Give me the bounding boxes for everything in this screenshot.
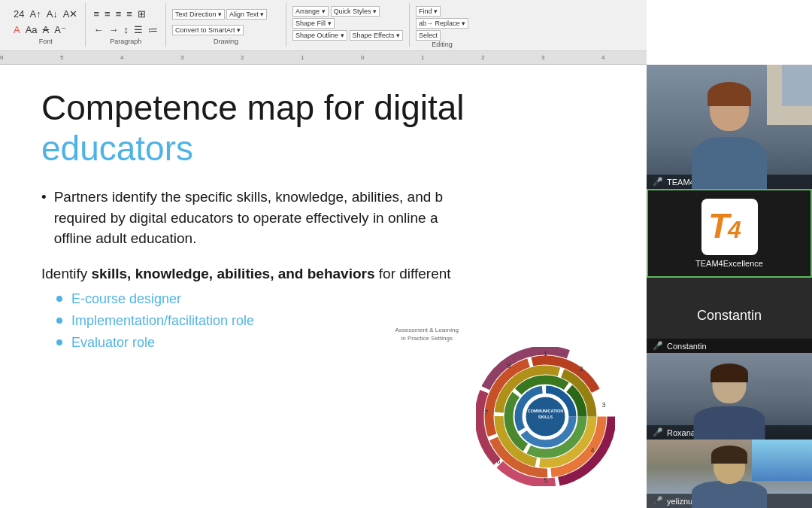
replace-btn[interactable]: ab→ Replace ▾	[416, 18, 468, 29]
ruler-mark: 4	[601, 54, 604, 61]
ring-diagram-container: COMMUNICATION SKILLS 1 2 3 4 5 6 7 8	[476, 347, 615, 489]
video-panel: 🎤 TEAM4Excellence T 4 TEAM4Excellence Co…	[647, 65, 812, 508]
ruler: 6 5 4 3 2 1 0 1 2 3 4	[0, 51, 647, 65]
convert-smartart-btn[interactable]: Convert to SmartArt ▾	[172, 25, 244, 35]
font-group: 24 A↑ A↓ A✕ A Aa A A⁻ Font	[6, 3, 86, 47]
arrange-btn[interactable]: Arrange ▾	[292, 6, 329, 17]
participant-label-2: TEAM4Excellence	[695, 259, 763, 268]
blue-dot-1	[56, 296, 62, 302]
mic-muted-icon-1: 🎤	[653, 177, 663, 187]
arrange-group: Arrange ▾ Quick Styles ▾ Shape Fill ▾ Sh…	[286, 3, 410, 47]
identify-line: Identify skills, knowledge, abilities, a…	[41, 266, 609, 282]
ring-diagram-svg: COMMUNICATION SKILLS 1 2 3 4 5 6 7 8	[476, 347, 615, 486]
title-highlight: educators	[41, 129, 193, 168]
svg-text:2: 2	[579, 365, 583, 373]
blue-bullet-label-1: E-course designer	[71, 291, 181, 307]
drawing-group-label: Drawing	[172, 38, 280, 47]
highlight[interactable]: Aa	[24, 23, 39, 36]
toolbar: 24 A↑ A↓ A✕ A Aa A A⁻ Font ≡ ≡ ≡ ≡ ⊞	[0, 0, 647, 51]
small-label-line2: in Practice Settings	[395, 335, 459, 342]
svg-text:5: 5	[544, 476, 547, 484]
shape-fill-btn[interactable]: Shape Fill ▾	[292, 18, 335, 29]
indent-dec[interactable]: ←	[92, 23, 105, 36]
identify-bold: skills, knowledge, abilities, and behavi…	[92, 266, 375, 281]
find-btn[interactable]: Find ▾	[416, 6, 441, 17]
ruler-mark: 0	[361, 54, 364, 61]
drawing-group: Text Direction ▾ Align Text ▾ Convert to…	[166, 3, 286, 47]
svg-text:1: 1	[544, 350, 547, 357]
paragraph-group-label: Paragraph	[92, 38, 159, 47]
bullet-1: • Partners identify the specific skills,…	[41, 187, 609, 249]
ruler-mark: 2	[241, 54, 244, 61]
editing-group: Find ▾ ab→ Replace ▾ Select Editing	[410, 3, 474, 47]
font-group-label: Font	[12, 38, 79, 47]
ruler-mark: 1	[301, 54, 304, 61]
participant-tile-3: Constantin 🎤 Constantin	[647, 278, 812, 353]
align-text-btn[interactable]: Align Text ▾	[226, 9, 267, 20]
blue-bullet-label-3: Evaluator role	[71, 335, 155, 351]
slide-title: Competence map for digital educators	[41, 87, 609, 169]
participant-tile-5: 🎤 yeliznur@gmail.com	[647, 440, 812, 508]
strikethrough[interactable]: A	[41, 23, 51, 36]
svg-text:7: 7	[484, 409, 488, 416]
blue-dot-2	[56, 318, 62, 324]
ruler-mark: 6	[0, 54, 3, 61]
slide-area: Competence map for digital educators • P…	[0, 65, 647, 508]
svg-text:4: 4	[590, 446, 594, 454]
svg-text:COMMUNICATION: COMMUNICATION	[528, 409, 564, 413]
bullet-symbol: •	[41, 187, 47, 249]
t4-logo-svg: T 4	[707, 206, 752, 248]
small-label-line1: Assessment & Learning	[395, 327, 459, 334]
select-btn[interactable]: Select	[416, 30, 441, 41]
blue-bullet-label-2: Implementation/facilitation role	[71, 313, 254, 329]
svg-text:4: 4	[727, 216, 741, 243]
font-color[interactable]: A	[12, 23, 22, 36]
ruler-mark: 5	[60, 54, 63, 61]
mic-muted-icon-5: 🎤	[653, 496, 663, 506]
main-area: Competence map for digital educators • P…	[0, 65, 812, 508]
quick-styles-btn[interactable]: Quick Styles ▾	[331, 6, 380, 17]
participant-display-name: Constantin	[697, 308, 762, 324]
ruler-mark: 2	[481, 54, 484, 61]
indent-inc[interactable]: →	[107, 23, 120, 36]
blue-bullet-2: Implementation/facilitation role	[56, 313, 609, 329]
identify-prefix: Identify	[41, 266, 92, 281]
t4-logo-box: T 4	[701, 199, 758, 255]
svg-text:6: 6	[496, 458, 500, 465]
participant-tile-1: 🎤 TEAM4Excellence	[647, 65, 812, 189]
shadow-text[interactable]: A⁻	[53, 23, 68, 36]
blue-bullets: E-course designer Implementation/facilit…	[41, 291, 609, 351]
svg-text:SKILLS: SKILLS	[538, 415, 553, 419]
small-label: Assessment & Learning in Practice Settin…	[395, 327, 459, 342]
title-main: Competence map for digital	[41, 88, 465, 127]
blue-dot-3	[56, 339, 62, 345]
bullets[interactable]: ☰	[132, 23, 144, 36]
line-spacing[interactable]: ↕	[122, 23, 130, 36]
svg-text:8: 8	[507, 362, 511, 370]
ruler-mark: 3	[541, 54, 544, 61]
bullet-text: Partners identify the specific skills, k…	[54, 187, 443, 249]
ruler-mark: 1	[421, 54, 424, 61]
participant-label-3: Constantin	[667, 342, 707, 351]
mic-muted-icon-3: 🎤	[653, 341, 663, 351]
participant-tile-4: 🎤 Roxana Andrei T4E	[647, 353, 812, 440]
ruler-mark: 4	[120, 54, 123, 61]
shape-outline-btn[interactable]: Shape Outline ▾	[292, 30, 347, 41]
editing-group-label: Editing	[416, 41, 468, 50]
mic-muted-icon-4: 🎤	[653, 427, 663, 437]
identify-suffix: for different	[375, 266, 451, 281]
participant-name-3: 🎤 Constantin	[647, 339, 812, 353]
ruler-mark: 3	[180, 54, 183, 61]
participant-tile-2: T 4 TEAM4Excellence	[647, 189, 812, 278]
text-direction-btn[interactable]: Text Direction ▾	[172, 9, 225, 20]
blue-bullet-1: E-course designer	[56, 291, 609, 307]
shape-effects-btn[interactable]: Shape Effects ▾	[350, 30, 403, 41]
paragraph-group: ≡ ≡ ≡ ≡ ⊞ ← → ↕ ☰ ≔ Paragraph	[86, 3, 166, 47]
numbering[interactable]: ≔	[147, 23, 159, 36]
svg-text:3: 3	[601, 401, 605, 409]
arrange-group-label	[292, 45, 403, 47]
